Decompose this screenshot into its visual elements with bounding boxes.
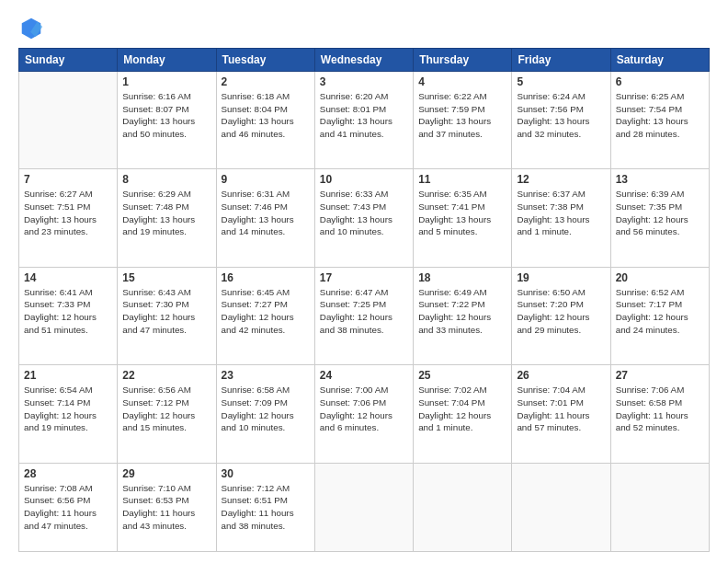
- day-number: 21: [24, 369, 112, 382]
- calendar-cell: 17Sunrise: 6:47 AM Sunset: 7:25 PM Dayli…: [314, 267, 413, 364]
- calendar-cell: [512, 463, 610, 552]
- day-number: 25: [418, 369, 506, 382]
- calendar-cell: [19, 72, 118, 169]
- calendar-cell: 11Sunrise: 6:35 AM Sunset: 7:41 PM Dayli…: [414, 169, 512, 267]
- calendar-cell: 1Sunrise: 6:16 AM Sunset: 8:07 PM Daylig…: [118, 72, 216, 169]
- calendar-cell: 13Sunrise: 6:39 AM Sunset: 7:35 PM Dayli…: [610, 169, 709, 267]
- day-number: 7: [24, 173, 112, 186]
- day-number: 2: [222, 75, 310, 88]
- day-info: Sunrise: 6:20 AM Sunset: 8:01 PM Dayligh…: [320, 90, 408, 141]
- day-info: Sunrise: 7:04 AM Sunset: 7:01 PM Dayligh…: [517, 384, 605, 434]
- day-info: Sunrise: 6:43 AM Sunset: 7:30 PM Dayligh…: [122, 286, 210, 337]
- weekday-header-tuesday: Tuesday: [216, 49, 314, 72]
- day-number: 18: [418, 271, 506, 284]
- calendar-cell: 6Sunrise: 6:25 AM Sunset: 7:54 PM Daylig…: [610, 72, 709, 169]
- calendar-cell: [610, 463, 709, 552]
- calendar-cell: 18Sunrise: 6:49 AM Sunset: 7:22 PM Dayli…: [414, 267, 512, 364]
- calendar-header: SundayMondayTuesdayWednesdayThursdayFrid…: [19, 49, 710, 72]
- day-number: 19: [517, 271, 605, 284]
- day-info: Sunrise: 6:45 AM Sunset: 7:27 PM Dayligh…: [222, 286, 310, 337]
- day-info: Sunrise: 6:49 AM Sunset: 7:22 PM Dayligh…: [418, 286, 506, 337]
- weekday-header-saturday: Saturday: [610, 49, 709, 72]
- day-info: Sunrise: 6:47 AM Sunset: 7:25 PM Dayligh…: [320, 286, 408, 337]
- calendar-cell: [414, 463, 512, 552]
- calendar-cell: 4Sunrise: 6:22 AM Sunset: 7:59 PM Daylig…: [414, 72, 512, 169]
- calendar-cell: 30Sunrise: 7:12 AM Sunset: 6:51 PM Dayli…: [216, 463, 314, 552]
- weekday-row: SundayMondayTuesdayWednesdayThursdayFrid…: [19, 49, 710, 72]
- calendar-week-4: 21Sunrise: 6:54 AM Sunset: 7:14 PM Dayli…: [19, 365, 710, 463]
- calendar-cell: 3Sunrise: 6:20 AM Sunset: 8:01 PM Daylig…: [314, 72, 413, 169]
- day-number: 11: [418, 173, 506, 186]
- day-info: Sunrise: 6:41 AM Sunset: 7:33 PM Dayligh…: [24, 286, 112, 337]
- day-number: 28: [24, 467, 112, 480]
- day-info: Sunrise: 6:52 AM Sunset: 7:17 PM Dayligh…: [616, 286, 704, 337]
- calendar-cell: 9Sunrise: 6:31 AM Sunset: 7:46 PM Daylig…: [216, 169, 314, 267]
- day-info: Sunrise: 7:00 AM Sunset: 7:06 PM Dayligh…: [320, 384, 408, 434]
- day-info: Sunrise: 6:25 AM Sunset: 7:54 PM Dayligh…: [616, 90, 704, 141]
- day-number: 29: [122, 467, 210, 480]
- day-info: Sunrise: 7:12 AM Sunset: 6:51 PM Dayligh…: [222, 482, 310, 533]
- day-number: 22: [122, 369, 210, 382]
- logo: [18, 15, 48, 40]
- calendar-cell: 28Sunrise: 7:08 AM Sunset: 6:56 PM Dayli…: [19, 463, 118, 552]
- day-number: 23: [222, 369, 310, 382]
- calendar-cell: [314, 463, 413, 552]
- day-number: 6: [616, 75, 704, 88]
- logo-icon: [18, 15, 44, 40]
- calendar-cell: 7Sunrise: 6:27 AM Sunset: 7:51 PM Daylig…: [19, 169, 118, 267]
- weekday-header-monday: Monday: [118, 49, 216, 72]
- calendar-week-2: 7Sunrise: 6:27 AM Sunset: 7:51 PM Daylig…: [19, 169, 710, 267]
- calendar-cell: 27Sunrise: 7:06 AM Sunset: 6:58 PM Dayli…: [610, 365, 709, 463]
- day-number: 14: [24, 271, 112, 284]
- day-number: 8: [122, 173, 210, 186]
- day-number: 1: [122, 75, 210, 88]
- page-header: [18, 15, 710, 40]
- weekday-header-sunday: Sunday: [19, 49, 118, 72]
- calendar: SundayMondayTuesdayWednesdayThursdayFrid…: [18, 48, 710, 552]
- day-number: 10: [320, 173, 408, 186]
- day-info: Sunrise: 6:35 AM Sunset: 7:41 PM Dayligh…: [418, 188, 506, 238]
- calendar-body: 1Sunrise: 6:16 AM Sunset: 8:07 PM Daylig…: [19, 72, 710, 552]
- day-info: Sunrise: 6:31 AM Sunset: 7:46 PM Dayligh…: [222, 188, 310, 238]
- calendar-week-5: 28Sunrise: 7:08 AM Sunset: 6:56 PM Dayli…: [19, 463, 710, 552]
- weekday-header-friday: Friday: [512, 49, 610, 72]
- day-number: 12: [517, 173, 605, 186]
- calendar-cell: 10Sunrise: 6:33 AM Sunset: 7:43 PM Dayli…: [314, 169, 413, 267]
- day-number: 24: [320, 369, 408, 382]
- day-info: Sunrise: 6:22 AM Sunset: 7:59 PM Dayligh…: [418, 90, 506, 141]
- weekday-header-thursday: Thursday: [414, 49, 512, 72]
- day-info: Sunrise: 6:18 AM Sunset: 8:04 PM Dayligh…: [222, 90, 310, 141]
- day-info: Sunrise: 6:27 AM Sunset: 7:51 PM Dayligh…: [24, 188, 112, 238]
- day-number: 4: [418, 75, 506, 88]
- calendar-cell: 21Sunrise: 6:54 AM Sunset: 7:14 PM Dayli…: [19, 365, 118, 463]
- day-info: Sunrise: 7:10 AM Sunset: 6:53 PM Dayligh…: [122, 482, 210, 533]
- day-info: Sunrise: 6:56 AM Sunset: 7:12 PM Dayligh…: [122, 384, 210, 434]
- day-number: 20: [616, 271, 704, 284]
- calendar-cell: 20Sunrise: 6:52 AM Sunset: 7:17 PM Dayli…: [610, 267, 709, 364]
- day-number: 15: [122, 271, 210, 284]
- calendar-cell: 22Sunrise: 6:56 AM Sunset: 7:12 PM Dayli…: [118, 365, 216, 463]
- calendar-cell: 12Sunrise: 6:37 AM Sunset: 7:38 PM Dayli…: [512, 169, 610, 267]
- day-info: Sunrise: 6:24 AM Sunset: 7:56 PM Dayligh…: [517, 90, 605, 141]
- day-info: Sunrise: 6:50 AM Sunset: 7:20 PM Dayligh…: [517, 286, 605, 337]
- calendar-cell: 16Sunrise: 6:45 AM Sunset: 7:27 PM Dayli…: [216, 267, 314, 364]
- calendar-cell: 23Sunrise: 6:58 AM Sunset: 7:09 PM Dayli…: [216, 365, 314, 463]
- day-number: 3: [320, 75, 408, 88]
- day-number: 27: [616, 369, 704, 382]
- day-number: 5: [517, 75, 605, 88]
- calendar-cell: 19Sunrise: 6:50 AM Sunset: 7:20 PM Dayli…: [512, 267, 610, 364]
- day-number: 16: [222, 271, 310, 284]
- day-number: 30: [222, 467, 310, 480]
- calendar-cell: 25Sunrise: 7:02 AM Sunset: 7:04 PM Dayli…: [414, 365, 512, 463]
- calendar-cell: 5Sunrise: 6:24 AM Sunset: 7:56 PM Daylig…: [512, 72, 610, 169]
- day-number: 9: [222, 173, 310, 186]
- calendar-cell: 2Sunrise: 6:18 AM Sunset: 8:04 PM Daylig…: [216, 72, 314, 169]
- day-number: 17: [320, 271, 408, 284]
- day-info: Sunrise: 6:29 AM Sunset: 7:48 PM Dayligh…: [122, 188, 210, 238]
- day-info: Sunrise: 6:58 AM Sunset: 7:09 PM Dayligh…: [222, 384, 310, 434]
- weekday-header-wednesday: Wednesday: [314, 49, 413, 72]
- calendar-cell: 26Sunrise: 7:04 AM Sunset: 7:01 PM Dayli…: [512, 365, 610, 463]
- calendar-cell: 29Sunrise: 7:10 AM Sunset: 6:53 PM Dayli…: [118, 463, 216, 552]
- calendar-week-3: 14Sunrise: 6:41 AM Sunset: 7:33 PM Dayli…: [19, 267, 710, 364]
- day-info: Sunrise: 7:08 AM Sunset: 6:56 PM Dayligh…: [24, 482, 112, 533]
